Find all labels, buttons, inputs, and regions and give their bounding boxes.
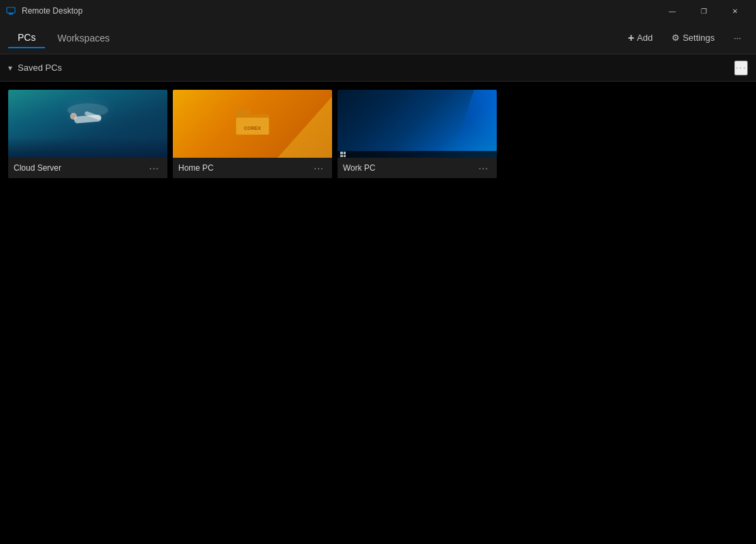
window-controls: — ❐ ✕ (657, 0, 751, 22)
settings-button[interactable]: ⚙ Settings (665, 29, 721, 47)
chevron-down-icon[interactable]: ▾ (8, 63, 12, 73)
tab-workspaces[interactable]: Workspaces (48, 29, 119, 48)
toolbar-right: + Add ⚙ Settings ··· (621, 28, 748, 48)
title-bar: Remote Desktop — ❐ ✕ (0, 0, 756, 22)
minimize-button[interactable]: — (657, 0, 688, 22)
section-more-button[interactable]: ··· (734, 61, 748, 75)
swimmer-illustration (61, 110, 115, 134)
app-title: Remote Desktop (22, 6, 82, 16)
windows-taskbar (338, 151, 497, 158)
pc-card-cloud-server[interactable]: Cloud Server ··· (8, 90, 167, 178)
app-icon (5, 5, 16, 16)
app-toolbar: PCs Workspaces + Add ⚙ Settings ··· (0, 22, 756, 54)
more-icon: ··· (734, 33, 741, 43)
pc-more-button-work[interactable]: ··· (476, 161, 491, 175)
pc-thumbnail-cloud (8, 90, 167, 158)
pc-more-button-home[interactable]: ··· (311, 161, 327, 175)
close-button[interactable]: ✕ (719, 0, 751, 22)
pc-more-button-cloud[interactable]: ··· (146, 161, 162, 175)
add-label: Add (637, 33, 653, 43)
tab-pcs[interactable]: PCs (8, 28, 45, 48)
home-thumbnail-bg: COREX (173, 90, 332, 158)
pc-card-footer-home: Home PC ··· (173, 158, 332, 178)
more-menu-button[interactable]: ··· (727, 29, 748, 47)
start-tile-2 (344, 152, 346, 154)
title-bar-left: Remote Desktop (5, 5, 82, 16)
start-tile-3 (340, 155, 343, 158)
pc-card-footer-work: Work PC ··· (338, 158, 497, 178)
gear-icon: ⚙ (672, 33, 680, 43)
pc-name-home: Home PC (178, 163, 214, 173)
pc-thumbnail-home: COREX (173, 90, 332, 158)
pc-name-cloud: Cloud Server (14, 163, 61, 173)
pc-card-work-pc[interactable]: Work PC ··· (338, 90, 497, 178)
cloud-thumbnail-bg (8, 90, 167, 158)
work-thumbnail-bg (338, 90, 497, 158)
svg-rect-2 (8, 13, 14, 14)
windows-start-button (340, 152, 346, 157)
section-title: Saved PCs (18, 63, 62, 73)
start-tile-4 (344, 155, 346, 158)
folder-label: COREX (244, 126, 261, 131)
svg-rect-1 (9, 14, 13, 15)
section-header-left: ▾ Saved PCs (8, 63, 62, 73)
pc-name-work: Work PC (343, 163, 376, 173)
pc-card-home-pc[interactable]: COREX Home PC ··· (173, 90, 332, 178)
svg-rect-0 (7, 7, 15, 13)
pc-thumbnail-work (338, 90, 497, 158)
saved-pcs-section-header: ▾ Saved PCs ··· (0, 54, 756, 82)
pc-cards-grid: Cloud Server ··· COREX Home PC ··· (0, 82, 756, 186)
plus-icon: + (628, 32, 634, 44)
main-tabs: PCs Workspaces (8, 28, 119, 48)
restore-button[interactable]: ❐ (688, 0, 719, 22)
folder-illustration: COREX (235, 109, 269, 135)
pc-card-footer-cloud: Cloud Server ··· (8, 158, 167, 178)
settings-label: Settings (683, 33, 714, 43)
start-tile-1 (340, 152, 343, 154)
add-button[interactable]: + Add (621, 28, 659, 48)
